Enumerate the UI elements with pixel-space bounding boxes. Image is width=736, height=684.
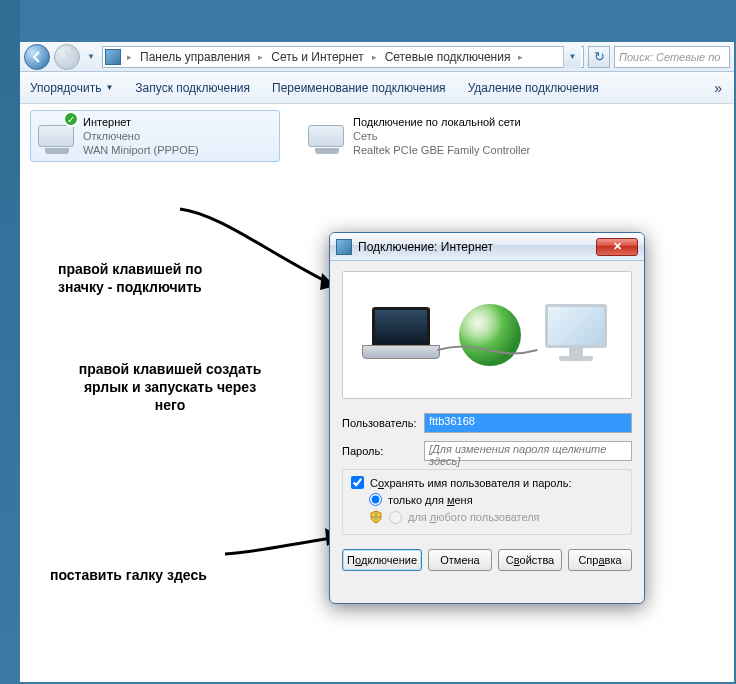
password-input[interactable]: [Для изменения пароля щелкните здесь] xyxy=(424,441,632,461)
back-button[interactable] xyxy=(24,44,50,70)
dialog-body: Пользователь: fttb36168 Пароль: [Для изм… xyxy=(330,261,644,579)
user-input[interactable]: fttb36168 xyxy=(424,413,632,433)
connect-button[interactable]: Подключение xyxy=(342,549,422,571)
start-connection-button[interactable]: Запуск подключения xyxy=(135,81,250,95)
refresh-button[interactable]: ↻ xyxy=(588,46,610,68)
only-me-row[interactable]: только для меня xyxy=(351,493,623,506)
any-user-label: для любого пользователя xyxy=(408,511,540,523)
desktop-strip xyxy=(0,0,20,684)
chevron-icon: ▸ xyxy=(123,52,136,62)
save-credentials-checkbox[interactable] xyxy=(351,476,364,489)
dialog-title: Подключение: Интернет xyxy=(358,240,493,254)
close-button[interactable]: ✕ xyxy=(596,238,638,256)
checkmark-icon: ✓ xyxy=(63,111,79,127)
organize-button[interactable]: Упорядочить▼ xyxy=(30,81,113,95)
connection-item-internet[interactable]: ✓ Интернет Отключено WAN Miniport (PPPOE… xyxy=(30,110,280,162)
annotation-text: правой клавишей создать ярлык и запускат… xyxy=(70,360,270,414)
password-label: Пароль: xyxy=(342,445,420,457)
connection-icon: ✓ xyxy=(35,115,77,157)
arrow-icon xyxy=(150,204,350,304)
shield-icon xyxy=(369,510,383,524)
any-user-radio xyxy=(389,511,402,524)
globe-icon xyxy=(459,304,521,366)
chevron-icon: ▸ xyxy=(254,52,267,62)
user-row: Пользователь: fttb36168 xyxy=(342,413,632,433)
connection-icon xyxy=(305,115,347,157)
breadcrumb[interactable]: Сеть и Интернет xyxy=(269,50,365,64)
command-bar: Упорядочить▼ Запуск подключения Переимен… xyxy=(20,72,734,104)
user-label: Пользователь: xyxy=(342,417,420,429)
address-dropdown[interactable]: ▼ xyxy=(563,46,581,68)
dialog-titlebar[interactable]: Подключение: Интернет ✕ xyxy=(330,233,644,261)
search-input[interactable]: Поиск: Сетевые по xyxy=(614,46,730,68)
monitor-icon xyxy=(540,304,612,366)
connection-text: Интернет Отключено WAN Miniport (PPPOE) xyxy=(83,115,199,157)
only-me-label: только для меня xyxy=(388,494,473,506)
help-button[interactable]: Справка xyxy=(568,549,632,571)
save-credentials-row[interactable]: Сохранять имя пользователя и пароль: xyxy=(351,476,623,489)
address-bar-row: ▼ ▸ Панель управления ▸ Сеть и Интернет … xyxy=(20,42,734,72)
chevron-icon: ▸ xyxy=(368,52,381,62)
password-row: Пароль: [Для изменения пароля щелкните з… xyxy=(342,441,632,461)
save-credentials-group: Сохранять имя пользователя и пароль: тол… xyxy=(342,469,632,535)
chevron-icon: ▸ xyxy=(514,52,527,62)
breadcrumb[interactable]: Панель управления xyxy=(138,50,252,64)
history-dropdown[interactable]: ▼ xyxy=(84,44,98,70)
location-icon xyxy=(105,49,121,65)
connection-text: Подключение по локальной сети Сеть Realt… xyxy=(353,115,530,157)
rename-connection-button[interactable]: Переименование подключения xyxy=(272,81,446,95)
delete-connection-button[interactable]: Удаление подключения xyxy=(468,81,599,95)
connection-illustration xyxy=(342,271,632,399)
search-placeholder: Поиск: Сетевые по xyxy=(619,51,720,63)
only-me-radio[interactable] xyxy=(369,493,382,506)
properties-button[interactable]: Свойства xyxy=(498,549,562,571)
dialog-icon xyxy=(336,239,352,255)
dialog-buttons: Подключение Отмена Свойства Справка xyxy=(342,549,632,571)
any-user-row: для любого пользователя xyxy=(351,510,623,524)
connection-item-lan[interactable]: Подключение по локальной сети Сеть Realt… xyxy=(300,110,550,162)
connect-dialog: Подключение: Интернет ✕ Пользователь: ft… xyxy=(329,232,645,604)
breadcrumb[interactable]: Сетевые подключения xyxy=(383,50,513,64)
save-credentials-label: Сохранять имя пользователя и пароль: xyxy=(370,477,571,489)
forward-button[interactable] xyxy=(54,44,80,70)
annotation-text: поставить галку здесь xyxy=(50,566,207,584)
more-button[interactable]: » xyxy=(714,80,724,96)
cancel-button[interactable]: Отмена xyxy=(428,549,492,571)
address-bar[interactable]: ▸ Панель управления ▸ Сеть и Интернет ▸ … xyxy=(102,46,584,68)
